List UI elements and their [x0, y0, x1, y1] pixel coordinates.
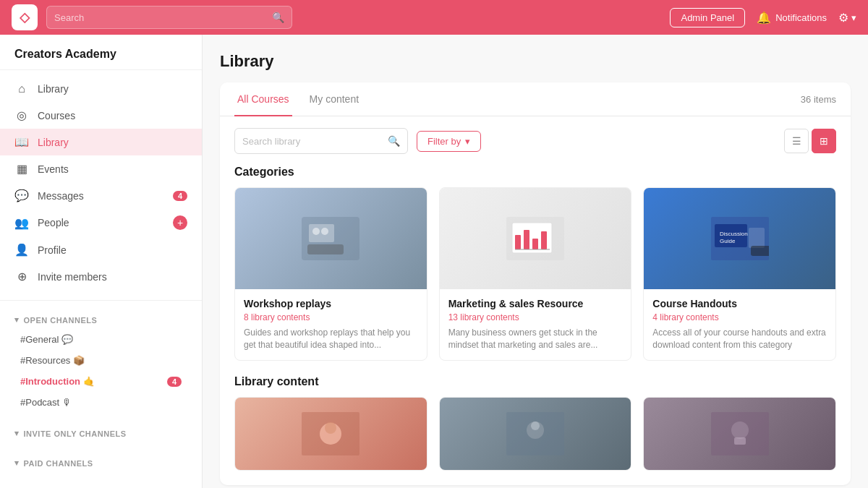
add-people-button[interactable]: + — [173, 215, 187, 230]
search-library[interactable]: 🔍 — [234, 128, 408, 154]
content-card-image — [644, 398, 835, 470]
svg-point-20 — [325, 422, 336, 434]
invite-only-label: INVITE ONLY CHANNELS — [24, 429, 127, 438]
search-bar[interactable]: 🔍 — [46, 6, 292, 29]
search-library-input[interactable] — [242, 136, 382, 147]
content-card-1[interactable] — [234, 397, 427, 471]
list-view-button[interactable]: ☰ — [784, 129, 809, 153]
main-layout: Creators Academy ⌂ Library ◎ Courses 📖 L… — [0, 35, 868, 488]
svg-text:Guide: Guide — [720, 238, 736, 244]
settings-button[interactable]: ⚙ ▾ — [838, 11, 856, 25]
chevron-down-icon: ▾ — [14, 429, 20, 438]
people-icon: 👥 — [14, 216, 29, 230]
sidebar-item-label: Library — [38, 137, 69, 148]
profile-icon: 👤 — [14, 243, 29, 257]
channel-item-introduction[interactable]: #Introduction 🤙 4 — [0, 371, 202, 392]
svg-rect-4 — [307, 244, 344, 254]
message-icon: 💬 — [14, 189, 29, 202]
sidebar: Creators Academy ⌂ Library ◎ Courses 📖 L… — [0, 35, 203, 488]
sidebar-item-people[interactable]: 👥 People + — [0, 209, 202, 236]
channel-item-general[interactable]: #General 💬 — [0, 329, 202, 350]
grid-view-button[interactable]: ⊞ — [812, 129, 836, 153]
page-title: Library — [220, 52, 851, 71]
paid-channels-header[interactable]: ▾ PAID CHANNELS — [0, 454, 202, 472]
category-card-workshop[interactable]: Workshop replays 8 library contents Guid… — [234, 187, 427, 361]
paid-channels-label: PAID CHANNELS — [24, 459, 93, 468]
chevron-down-icon: ▾ — [465, 136, 470, 147]
sidebar-item-label: Courses — [38, 110, 75, 121]
admin-panel-button[interactable]: Admin Panel — [670, 8, 745, 27]
sidebar-item-invite[interactable]: ⊕ Invite members — [0, 263, 202, 290]
nav-right: Admin Panel 🔔 Notifications ⚙ ▾ — [670, 8, 856, 27]
sidebar-brand: Creators Academy — [0, 35, 202, 70]
search-icon: 🔍 — [272, 12, 284, 23]
svg-rect-9 — [532, 239, 538, 249]
svg-point-2 — [312, 228, 320, 235]
invite-only-header[interactable]: ▾ INVITE ONLY CHANNELS — [0, 424, 202, 442]
chevron-down-icon: ▾ — [14, 315, 20, 325]
card-description: Guides and workshop replays that help yo… — [244, 327, 418, 351]
svg-point-3 — [321, 228, 328, 235]
svg-rect-8 — [524, 230, 529, 249]
sidebar-item-profile[interactable]: 👤 Profile — [0, 236, 202, 263]
open-channels-header[interactable]: ▾ OPEN CHANNELS — [0, 311, 202, 329]
card-title: Workshop replays — [244, 298, 418, 309]
channel-label: #Podcast 🎙 — [20, 397, 72, 408]
open-channels-section: ▾ OPEN CHANNELS #General 💬 #Resources 📦 … — [0, 305, 202, 419]
svg-rect-17 — [751, 246, 769, 256]
chevron-down-icon: ▾ — [851, 12, 856, 23]
items-count: 36 items — [801, 94, 836, 105]
card-image — [440, 188, 631, 289]
toolbar: 🔍 Filter by ▾ ☰ ⊞ — [220, 116, 851, 166]
svg-rect-16 — [749, 228, 765, 248]
invite-icon: ⊕ — [14, 270, 29, 283]
card-description: Access all of your course handouts and e… — [652, 327, 827, 351]
channel-item-resources[interactable]: #Resources 📦 — [0, 350, 202, 371]
library-card: All Courses My content 36 items 🔍 Filter… — [220, 82, 851, 485]
channel-item-podcast[interactable]: #Podcast 🎙 — [0, 392, 202, 413]
paid-channels-section: ▾ PAID CHANNELS — [0, 448, 202, 478]
tab-my-content[interactable]: My content — [307, 83, 362, 116]
sidebar-item-library[interactable]: ⌂ Library — [0, 76, 202, 102]
list-icon: ☰ — [792, 135, 801, 147]
notifications-button[interactable]: 🔔 Notifications — [757, 11, 827, 25]
card-meta: 8 library contents — [244, 312, 418, 322]
sidebar-nav: ⌂ Library ◎ Courses 📖 Library ▦ Events 💬… — [0, 70, 202, 296]
categories-grid: Workshop replays 8 library contents Guid… — [220, 187, 851, 361]
svg-point-23 — [531, 421, 540, 430]
content-card-image — [235, 398, 427, 470]
card-body: Marketing & sales Resource 13 library co… — [440, 289, 631, 360]
card-image — [235, 188, 427, 289]
search-input[interactable] — [54, 12, 266, 23]
channel-badge: 4 — [167, 377, 182, 387]
category-card-handouts[interactable]: Discussion Guide Course Handouts 4 libra… — [643, 187, 836, 361]
svg-rect-7 — [515, 235, 521, 249]
calendar-icon: ▦ — [14, 162, 29, 176]
filter-button[interactable]: Filter by ▾ — [417, 131, 481, 152]
sidebar-item-label: Profile — [38, 244, 67, 256]
content-card-3[interactable] — [643, 397, 836, 471]
svg-rect-10 — [541, 231, 547, 249]
tabs-row: All Courses My content 36 items — [220, 82, 851, 116]
sidebar-item-messages[interactable]: 💬 Messages 4 — [0, 182, 202, 209]
invite-only-section: ▾ INVITE ONLY CHANNELS — [0, 419, 202, 448]
sidebar-item-library-active[interactable]: 📖 Library — [0, 129, 202, 155]
search-icon: 🔍 — [388, 135, 400, 147]
card-meta: 13 library contents — [448, 312, 623, 322]
content-card-2[interactable] — [439, 397, 632, 471]
grid-icon: ⊞ — [820, 135, 828, 147]
sidebar-item-events[interactable]: ▦ Events — [0, 155, 202, 182]
tab-all-courses[interactable]: All Courses — [234, 83, 292, 116]
app-logo[interactable]: ◇ — [12, 4, 38, 30]
library-content-title: Library content — [220, 361, 851, 397]
courses-icon: ◎ — [14, 108, 29, 122]
card-title: Marketing & sales Resource — [448, 298, 623, 309]
divider — [0, 300, 202, 301]
topnav: ◇ 🔍 Admin Panel 🔔 Notifications ⚙ ▾ — [0, 0, 868, 35]
sidebar-item-label: Library — [38, 83, 69, 95]
card-meta: 4 library contents — [652, 312, 827, 322]
sidebar-item-courses[interactable]: ◎ Courses — [0, 102, 202, 129]
view-buttons: ☰ ⊞ — [784, 129, 836, 153]
category-card-marketing[interactable]: Marketing & sales Resource 13 library co… — [439, 187, 632, 361]
filter-label: Filter by — [427, 136, 461, 147]
